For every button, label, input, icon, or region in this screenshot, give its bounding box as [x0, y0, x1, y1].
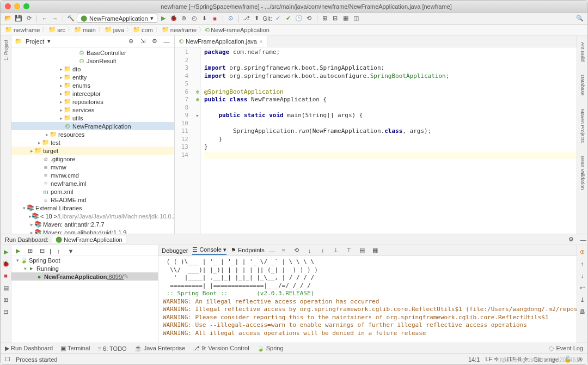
run-icon[interactable]: ▶	[159, 14, 168, 23]
zoom-window-button[interactable]	[23, 3, 29, 9]
debug-icon[interactable]: 🐞	[169, 14, 178, 23]
code-content[interactable]: package com.newframe; import org.springf…	[201, 47, 577, 234]
tool4-icon[interactable]: ◫	[352, 14, 360, 23]
tree-node[interactable]: ≡mvnw	[11, 163, 174, 171]
tree-node[interactable]: ▸📁enums	[11, 81, 174, 89]
open-browser-icon[interactable]: ⊕	[578, 247, 587, 256]
tree-node[interactable]: ▸📁resources	[11, 130, 174, 138]
tool-icon[interactable]: ▤	[358, 246, 366, 255]
breadcrumb-item[interactable]: 📁 newframe	[5, 26, 47, 34]
database-tab[interactable]: Database	[579, 72, 586, 98]
bean-validation-tab[interactable]: Bean Validation	[579, 154, 586, 192]
console-tab[interactable]: Console	[199, 246, 221, 253]
settings-icon[interactable]: ⊙	[226, 14, 235, 23]
java-ee-tab[interactable]: ☕ Java Enterprise	[134, 345, 186, 352]
editor-tab[interactable]: © NewFrameApplication.java ×	[175, 35, 267, 47]
tool-icon[interactable]: ⊟	[38, 247, 46, 256]
tree-node[interactable]: ▸📚Maven: antlr:antlr:2.7.7	[11, 220, 174, 228]
caret-position[interactable]: 14:1	[468, 356, 480, 363]
ant-build-tab[interactable]: Ant Build	[579, 40, 586, 64]
tool3-icon[interactable]: ▦	[341, 14, 350, 23]
tool-icon[interactable]: ⟲	[292, 246, 301, 255]
tool-icon[interactable]: ⊤	[345, 246, 353, 255]
back-icon[interactable]: ←	[40, 14, 49, 23]
build-icon[interactable]: 🔨	[66, 14, 75, 23]
search-everywhere-icon[interactable]: 🔍	[575, 14, 584, 23]
dashboard-tree-node[interactable]: ▾▸Running	[11, 264, 158, 272]
breadcrumb-item[interactable]: 📁 main	[74, 26, 103, 34]
vcs-icon[interactable]: ⎇	[242, 14, 251, 23]
scroll-from-source-icon[interactable]: ⊕	[126, 37, 135, 46]
vcs-tab[interactable]: ⎇ 9: Version Control	[193, 345, 249, 352]
close-window-button[interactable]	[5, 3, 11, 9]
tree-node[interactable]: ©NewFrameApplication	[11, 122, 174, 130]
event-log-tab[interactable]: ◌ Event Log	[549, 345, 583, 352]
tool-icon[interactable]: ▦	[371, 246, 379, 255]
project-tree[interactable]: ©BaseController©JsonResult▸📁dto▸📁entity▸…	[11, 47, 174, 234]
close-tab-icon[interactable]: ×	[259, 38, 262, 45]
breadcrumb-item[interactable]: © NewFrameApplication	[205, 27, 270, 33]
tree-node[interactable]: ≡mvnw.cmd	[11, 171, 174, 179]
tree-node[interactable]: ▸📁repositories	[11, 98, 174, 106]
scroll-end-icon[interactable]: ⤓	[578, 295, 587, 304]
breadcrumb-item[interactable]: 📁 newframe	[162, 26, 204, 34]
filter-icon[interactable]: ▤	[2, 283, 10, 292]
tree-node[interactable]: ▸📁services	[11, 106, 174, 114]
tree-node[interactable]: ©BaseController	[11, 48, 174, 57]
run-small-icon[interactable]: ▶	[14, 247, 22, 256]
dashboard-tree-node[interactable]: ●NewFrameApplication :8099/ ✎	[11, 272, 158, 281]
tree-node[interactable]: ▸📚Maven: com.alibaba:druid:1.1.9	[11, 228, 174, 234]
console-output[interactable]: ( ( )\___ | '_ | '_| | '_ \/ _` | \ \ \ …	[158, 256, 577, 343]
tree-node[interactable]: mpom.xml	[11, 187, 174, 196]
expand-icon[interactable]: ⊞	[2, 295, 10, 304]
hide-panel-icon[interactable]: —	[162, 37, 171, 46]
breadcrumb-item[interactable]: 📁 java	[105, 26, 132, 34]
spring-tab[interactable]: 🍃 Spring	[257, 345, 284, 352]
attach-icon[interactable]: ⬇	[200, 14, 209, 23]
forward-icon[interactable]: →	[51, 14, 59, 23]
dashboard-tree[interactable]: ▶ ⊞ ⊟ | ↕ ▼ ▾🍃Spring Boot▾▸Running●NewFr…	[11, 245, 158, 343]
todo-tab[interactable]: ≡ 6: TODO	[98, 345, 127, 352]
tool2-icon[interactable]: ⊟	[331, 14, 340, 23]
terminal-tab[interactable]: ▣ Terminal	[60, 345, 90, 352]
vcs-icon2[interactable]: ⬆	[253, 14, 261, 23]
dashboard-gear-icon[interactable]: ⚙	[567, 235, 575, 244]
debug-icon[interactable]: 🐞	[2, 259, 10, 268]
up-icon[interactable]: ↑	[578, 259, 587, 268]
tree-node[interactable]: ≡newframe.iml	[11, 179, 174, 187]
dashboard-tab-label[interactable]: NewFrameApplication	[64, 236, 122, 243]
tree-node[interactable]: ▸📁interceptor	[11, 89, 174, 98]
print-icon[interactable]: 🖶	[578, 307, 587, 316]
breadcrumb-item[interactable]: 📁 com	[133, 26, 161, 34]
commit-icon[interactable]: ✔	[284, 14, 293, 23]
endpoints-tab[interactable]: Endpoints	[238, 247, 265, 253]
tool-icon[interactable]: ≡	[279, 246, 288, 255]
tree-node[interactable]: ▸📁target	[11, 147, 174, 155]
soft-wrap-icon[interactable]: ↩	[578, 283, 587, 292]
coverage-icon[interactable]: ⊚	[180, 14, 188, 23]
code-editor[interactable]: 12345⊕6⊕78▸91011121314 package com.newfr…	[175, 47, 577, 234]
breadcrumb-item[interactable]: 📁 src	[48, 26, 73, 34]
update-icon[interactable]: ✓	[274, 14, 283, 23]
tree-node[interactable]: ⌀.gitignore	[11, 155, 174, 163]
debugger-tab[interactable]: Debugger	[162, 247, 188, 254]
minimize-window-button[interactable]	[14, 3, 20, 9]
run-dashboard-tab[interactable]: ▶ Run Dashboard	[5, 345, 53, 352]
tree-node[interactable]: ▸📚< 10 > /Library/Java/JavaVirtualMachin…	[11, 212, 174, 220]
down-icon[interactable]: ↓	[578, 271, 587, 280]
tree-node[interactable]: ≡README.md	[11, 196, 174, 204]
tree-node[interactable]: ▸📁dto	[11, 65, 174, 73]
filter-funnel-icon[interactable]: ▼	[66, 247, 75, 256]
rerun-icon[interactable]: ▶	[2, 247, 10, 256]
project-tool-tab[interactable]: 1: Project	[2, 38, 10, 63]
open-icon[interactable]: 📂	[4, 14, 13, 23]
maven-tab[interactable]: Maven Projects	[579, 107, 586, 145]
tool-icon[interactable]: ↕	[54, 247, 63, 256]
tool-icon[interactable]: ↑	[318, 246, 327, 255]
collapse-all-icon[interactable]: ⇲	[138, 37, 147, 46]
stop-icon[interactable]: ■	[2, 271, 10, 280]
tool-icon[interactable]: ↓	[305, 246, 314, 255]
tree-node[interactable]: ©JsonResult	[11, 57, 174, 65]
tool-icon[interactable]: ⊞	[26, 247, 34, 256]
stop-icon[interactable]: ■	[211, 14, 219, 23]
